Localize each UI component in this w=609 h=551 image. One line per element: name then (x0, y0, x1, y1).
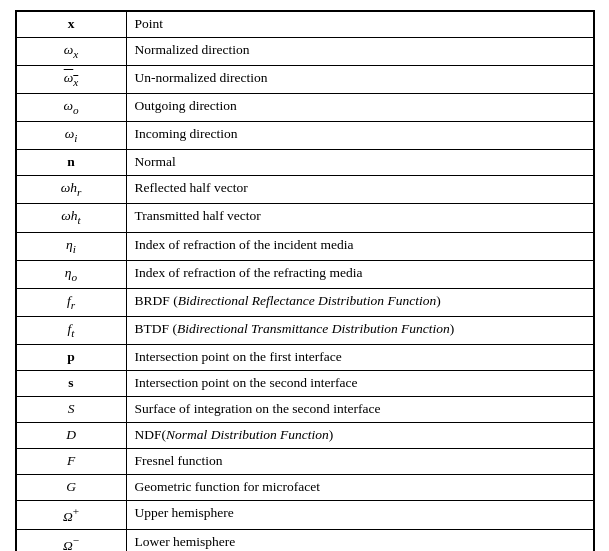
description-cell: Point (126, 12, 593, 38)
table-row: ηoIndex of refraction of the refracting … (16, 260, 593, 288)
table-row: Ω−Lower hemisphere (16, 530, 593, 551)
table-row: ηiIndex of refraction of the incident me… (16, 232, 593, 260)
symbol-cell: ηi (16, 232, 126, 260)
table-row: frBRDF (Bidirectional Reflectance Distri… (16, 288, 593, 316)
table-row: ωiIncoming direction (16, 122, 593, 150)
table-row: GGeometric function for microfacet (16, 474, 593, 500)
description-cell: NDF(Normal Distribution Function) (126, 422, 593, 448)
symbol-cell: Ω− (16, 530, 126, 551)
symbol-cell: s (16, 371, 126, 397)
description-cell: Surface of integration on the second int… (126, 396, 593, 422)
symbol-cell: ωhr (16, 176, 126, 204)
table-row: sIntersection point on the second interf… (16, 371, 593, 397)
description-cell: Fresnel function (126, 448, 593, 474)
symbol-cell: ωo (16, 94, 126, 122)
description-cell: Incoming direction (126, 122, 593, 150)
symbol-cell: fr (16, 288, 126, 316)
description-cell: Intersection point on the second interfa… (126, 371, 593, 397)
description-cell: Normal (126, 150, 593, 176)
table-row: ωxUn-normalized direction (16, 66, 593, 94)
symbol-cell: ωx (16, 66, 126, 94)
symbol-cell: ηo (16, 260, 126, 288)
table-row: SSurface of integration on the second in… (16, 396, 593, 422)
symbol-cell: Ω+ (16, 500, 126, 529)
symbol-cell: ωi (16, 122, 126, 150)
table-row: pIntersection point on the first interfa… (16, 345, 593, 371)
description-cell: Reflected half vector (126, 176, 593, 204)
table-row: xPoint (16, 12, 593, 38)
description-cell: Normalized direction (126, 37, 593, 65)
table-row: ftBTDF (Bidirectional Transmittance Dist… (16, 316, 593, 344)
description-cell: Outgoing direction (126, 94, 593, 122)
description-cell: Index of refraction of the incident medi… (126, 232, 593, 260)
description-cell: Intersection point on the first interfac… (126, 345, 593, 371)
description-cell: Transmitted half vector (126, 204, 593, 232)
symbol-cell: p (16, 345, 126, 371)
symbol-cell: F (16, 448, 126, 474)
description-cell: Geometric function for microfacet (126, 474, 593, 500)
table-row: nNormal (16, 150, 593, 176)
symbol-cell: ft (16, 316, 126, 344)
symbol-cell: S (16, 396, 126, 422)
description-cell: BRDF (Bidirectional Reflectance Distribu… (126, 288, 593, 316)
symbol-cell: x (16, 12, 126, 38)
table-row: ωoOutgoing direction (16, 94, 593, 122)
table-row: DNDF(Normal Distribution Function) (16, 422, 593, 448)
table-row: ωhtTransmitted half vector (16, 204, 593, 232)
table-row: ωxNormalized direction (16, 37, 593, 65)
symbol-cell: n (16, 150, 126, 176)
description-cell: BTDF (Bidirectional Transmittance Distri… (126, 316, 593, 344)
description-cell: Lower hemisphere (126, 530, 593, 551)
notation-table: xPointωxNormalized directionωxUn-normali… (15, 10, 595, 551)
table-row: Ω+Upper hemisphere (16, 500, 593, 529)
symbol-cell: ωht (16, 204, 126, 232)
table-row: FFresnel function (16, 448, 593, 474)
table-row: ωhrReflected half vector (16, 176, 593, 204)
description-cell: Un-normalized direction (126, 66, 593, 94)
symbol-cell: D (16, 422, 126, 448)
description-cell: Upper hemisphere (126, 500, 593, 529)
description-cell: Index of refraction of the refracting me… (126, 260, 593, 288)
symbol-cell: G (16, 474, 126, 500)
symbol-cell: ωx (16, 37, 126, 65)
